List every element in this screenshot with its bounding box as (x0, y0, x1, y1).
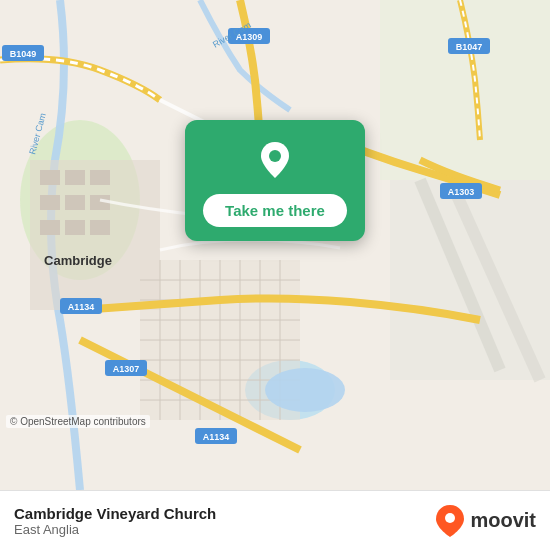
svg-point-54 (445, 513, 455, 523)
svg-text:A1134: A1134 (203, 432, 230, 442)
place-info: Cambridge Vineyard Church East Anglia (14, 505, 216, 537)
bottom-bar: Cambridge Vineyard Church East Anglia mo… (0, 490, 550, 550)
moovit-logo: moovit (434, 503, 536, 539)
svg-rect-13 (90, 220, 110, 235)
svg-text:B1047: B1047 (456, 42, 483, 52)
overlay-card: Take me there (185, 120, 365, 241)
svg-text:Cambridge: Cambridge (44, 253, 112, 268)
osm-attribution: © OpenStreetMap contributors (6, 415, 150, 428)
svg-rect-8 (40, 195, 60, 210)
location-pin-icon (253, 138, 297, 182)
svg-text:A1307: A1307 (113, 364, 140, 374)
place-region: East Anglia (14, 522, 216, 537)
svg-rect-7 (90, 170, 110, 185)
svg-text:A1303: A1303 (448, 187, 475, 197)
svg-rect-11 (40, 220, 60, 235)
moovit-text: moovit (470, 509, 536, 532)
svg-rect-5 (40, 170, 60, 185)
svg-point-53 (269, 150, 281, 162)
svg-point-32 (265, 368, 345, 412)
svg-text:B1049: B1049 (10, 49, 37, 59)
svg-rect-9 (65, 195, 85, 210)
svg-text:A1134: A1134 (68, 302, 95, 312)
svg-rect-6 (65, 170, 85, 185)
moovit-pin-icon (434, 503, 466, 539)
take-me-there-button[interactable]: Take me there (203, 194, 347, 227)
map-container: B1049 A1309 B1047 A1134 A1134 A1303 A130… (0, 0, 550, 490)
svg-rect-12 (65, 220, 85, 235)
place-name: Cambridge Vineyard Church (14, 505, 216, 522)
